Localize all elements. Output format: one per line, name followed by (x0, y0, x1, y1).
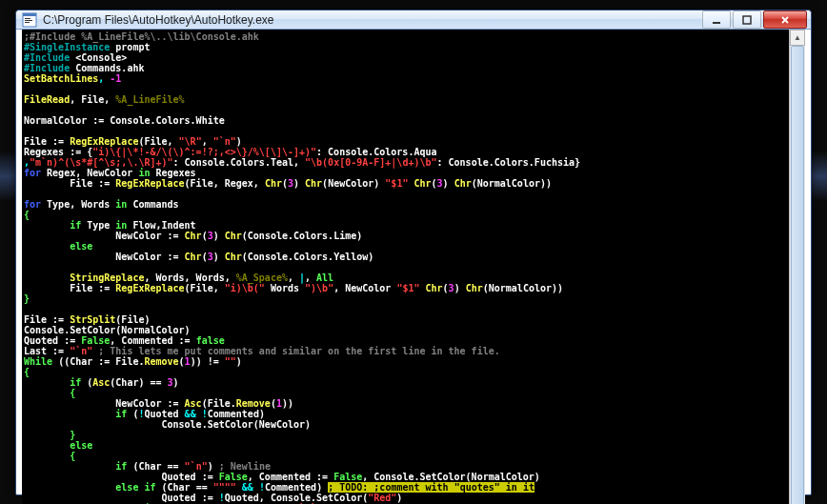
terminal-output: ;#Include %A_LineFile%\..\lib\Console.ah… (22, 30, 789, 504)
scroll-track[interactable] (790, 46, 805, 504)
maximize-button[interactable] (733, 10, 761, 29)
svg-rect-2 (25, 18, 30, 19)
scroll-up-button[interactable]: ▲ (790, 30, 805, 46)
svg-rect-1 (23, 13, 36, 16)
svg-rect-6 (743, 16, 751, 24)
client-area: ;#Include %A_LineFile%\..\lib\Console.ah… (22, 30, 805, 504)
close-button[interactable] (763, 10, 807, 29)
scroll-thumb[interactable] (791, 46, 804, 504)
window-controls (702, 10, 807, 29)
titlebar[interactable]: C:\Program Files\AutoHotkey\AutoHotkey.e… (16, 10, 811, 30)
minimize-button[interactable] (702, 10, 731, 29)
app-icon (22, 12, 37, 28)
window-title: C:\Program Files\AutoHotkey\AutoHotkey.e… (43, 13, 702, 27)
svg-rect-3 (25, 20, 32, 21)
app-window: C:\Program Files\AutoHotkey\AutoHotkey.e… (15, 10, 812, 495)
svg-rect-4 (25, 22, 30, 23)
svg-rect-5 (713, 22, 720, 24)
vertical-scrollbar[interactable]: ▲ ▼ (789, 30, 805, 504)
